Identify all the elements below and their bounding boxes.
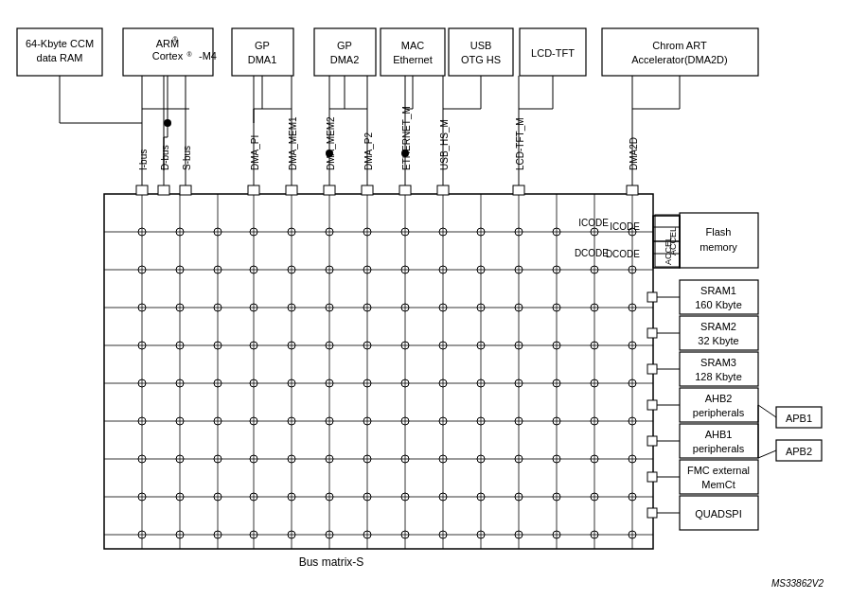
- svg-text:®: ®: [186, 51, 192, 58]
- svg-rect-12: [314, 28, 376, 76]
- svg-text:Cortex: Cortex: [152, 50, 184, 62]
- svg-rect-269: [647, 508, 657, 518]
- svg-text:Chrom ART: Chrom ART: [652, 40, 707, 51]
- svg-text:DMA_P2: DMA_P2: [363, 132, 374, 170]
- svg-text:GP: GP: [255, 40, 270, 51]
- diagram-container: 64-Kbyte CCM data RAM ARM ® Cortex ® -M4…: [0, 0, 868, 599]
- svg-text:DMA_PI: DMA_PI: [250, 135, 260, 170]
- svg-rect-217: [180, 185, 191, 195]
- svg-text:MemCt: MemCt: [701, 479, 735, 490]
- svg-text:USB: USB: [470, 40, 492, 51]
- svg-text:DCODE: DCODE: [575, 248, 609, 258]
- svg-rect-213: [136, 185, 148, 195]
- svg-text:DMA_MEM2: DMA_MEM2: [326, 116, 336, 170]
- svg-text:LCD-TFT_M: LCD-TFT_M: [515, 117, 525, 170]
- svg-text:SRAM1: SRAM1: [700, 285, 736, 296]
- svg-line-210: [758, 450, 776, 458]
- svg-line-209: [758, 405, 776, 417]
- svg-point-273: [401, 150, 409, 157]
- svg-rect-26: [104, 194, 653, 549]
- svg-text:MS33862V2: MS33862V2: [771, 578, 824, 589]
- svg-text:128 Kbyte: 128 Kbyte: [695, 371, 742, 382]
- svg-rect-265: [647, 364, 657, 374]
- svg-text:ETHERNET_M: ETHERNET_M: [401, 106, 412, 170]
- svg-text:LCD-TFT: LCD-TFT: [531, 47, 575, 59]
- svg-rect-221: [286, 185, 297, 195]
- svg-rect-229: [437, 185, 449, 195]
- svg-text:OTG HS: OTG HS: [461, 54, 501, 65]
- svg-text:Ethernet: Ethernet: [393, 54, 433, 65]
- svg-point-272: [326, 150, 333, 157]
- svg-text:-M4: -M4: [199, 50, 217, 62]
- svg-rect-9: [232, 28, 293, 76]
- svg-rect-225: [362, 185, 373, 195]
- svg-text:D-bus: D-bus: [160, 145, 170, 170]
- svg-rect-263: [647, 292, 657, 302]
- svg-rect-223: [324, 185, 335, 195]
- svg-text:DMA_MEM1: DMA_MEM1: [288, 116, 298, 170]
- svg-text:SRAM3: SRAM3: [700, 357, 736, 368]
- svg-text:peripherals: peripherals: [693, 443, 745, 454]
- svg-text:I-bus: I-bus: [138, 150, 149, 170]
- svg-text:AHB2: AHB2: [705, 393, 733, 404]
- svg-text:32 Kbyte: 32 Kbyte: [698, 335, 738, 346]
- svg-text:DMA2D: DMA2D: [629, 137, 639, 170]
- svg-text:FMC external: FMC external: [687, 465, 750, 476]
- svg-rect-15: [381, 28, 445, 76]
- svg-rect-231: [513, 185, 524, 195]
- svg-text:DMA2: DMA2: [330, 54, 360, 65]
- svg-text:USB_HS_M: USB_HS_M: [439, 119, 450, 170]
- svg-rect-266: [647, 400, 657, 410]
- svg-text:160 Kbyte: 160 Kbyte: [695, 299, 742, 310]
- svg-text:QUADSPI: QUADSPI: [695, 508, 742, 520]
- svg-rect-18: [449, 28, 513, 76]
- svg-text:APB1: APB1: [786, 413, 812, 424]
- svg-text:64-Kbyte CCM: 64-Kbyte CCM: [26, 38, 94, 49]
- svg-text:AHB1: AHB1: [705, 429, 733, 440]
- svg-rect-264: [647, 328, 657, 338]
- svg-rect-182: [680, 213, 758, 268]
- svg-rect-23: [602, 28, 758, 76]
- svg-rect-219: [248, 185, 259, 195]
- svg-text:Bus matrix-S: Bus matrix-S: [299, 555, 364, 569]
- svg-text:SRAM2: SRAM2: [700, 321, 736, 332]
- svg-rect-268: [647, 472, 657, 482]
- svg-rect-233: [627, 185, 638, 195]
- svg-text:Accelerator(DMA2D): Accelerator(DMA2D): [631, 54, 727, 65]
- svg-text:data RAM: data RAM: [37, 52, 83, 63]
- svg-text:®: ®: [172, 36, 178, 43]
- svg-text:S-bus: S-bus: [182, 146, 192, 170]
- svg-text:memory: memory: [700, 241, 737, 253]
- svg-text:ICODE: ICODE: [610, 221, 640, 232]
- svg-text:peripherals: peripherals: [693, 407, 745, 418]
- svg-text:DCODE: DCODE: [606, 249, 640, 259]
- svg-text:ACCEL: ACCEL: [664, 237, 673, 265]
- svg-rect-215: [158, 185, 169, 195]
- svg-rect-227: [399, 185, 411, 195]
- svg-text:MAC: MAC: [401, 40, 425, 51]
- svg-text:GP: GP: [337, 40, 352, 51]
- block-diagram-svg: 64-Kbyte CCM data RAM ARM ® Cortex ® -M4…: [0, 0, 868, 599]
- svg-text:ICODE: ICODE: [578, 218, 609, 228]
- svg-rect-267: [647, 436, 657, 446]
- svg-text:APB2: APB2: [786, 446, 812, 457]
- svg-text:Flash: Flash: [706, 226, 732, 238]
- svg-text:DMA1: DMA1: [248, 54, 277, 65]
